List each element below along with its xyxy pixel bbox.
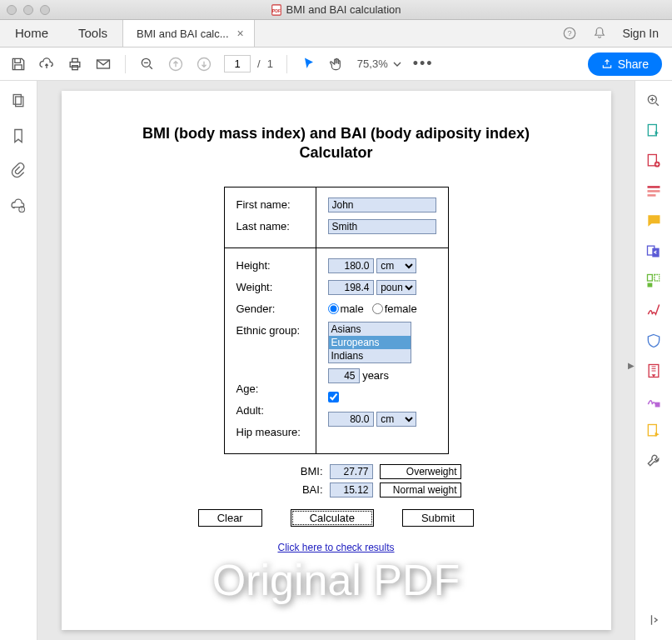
cloud-upload-icon[interactable] <box>38 56 55 72</box>
svg-rect-28 <box>655 402 660 408</box>
share-button[interactable]: Share <box>588 52 662 76</box>
bmi-category: Overweight <box>380 464 461 479</box>
weight-unit-select[interactable]: pound <box>376 280 416 295</box>
svg-rect-0 <box>272 4 281 14</box>
gender-male-radio[interactable]: male <box>328 302 364 315</box>
collapse-right-icon[interactable]: ▶ <box>628 358 635 372</box>
send-icon[interactable] <box>645 422 662 439</box>
thumbnails-icon[interactable] <box>10 92 27 109</box>
bell-icon[interactable] <box>592 26 607 41</box>
next-page-icon[interactable] <box>196 56 212 72</box>
weight-input[interactable] <box>328 280 374 295</box>
edit-pdf-icon[interactable] <box>645 182 662 199</box>
pdf-page: BMI (body mass index) and BAI (body adip… <box>62 91 611 630</box>
document-area[interactable]: BMI (body mass index) and BAI (body adip… <box>37 81 635 640</box>
adult-checkbox[interactable] <box>328 392 339 402</box>
height-input[interactable] <box>328 258 374 273</box>
svg-rect-12 <box>16 97 23 107</box>
sign-in-button[interactable]: Sign In <box>622 27 659 40</box>
bmi-value: 27.77 <box>330 464 373 479</box>
weight-label: Weight: <box>236 281 273 293</box>
calculate-button[interactable]: Calculate <box>291 509 374 527</box>
age-label: Age: <box>236 382 259 395</box>
first-name-input[interactable] <box>328 198 436 212</box>
chevron-down-icon <box>393 62 401 67</box>
hip-unit-select[interactable]: cm <box>376 412 416 427</box>
minimize-window-icon[interactable] <box>23 5 33 15</box>
button-row: Clear Calculate Submit <box>87 509 586 527</box>
prev-page-icon[interactable] <box>167 56 184 72</box>
expand-panel-icon[interactable] <box>645 612 662 628</box>
svg-rect-24 <box>648 275 653 282</box>
svg-rect-5 <box>72 58 78 62</box>
pointer-icon[interactable] <box>301 56 317 72</box>
gender-label: Gender: <box>236 302 276 315</box>
tab-bar: Home Tools BMI and BAI calc... × ? Sign … <box>0 20 672 48</box>
svg-text:PDF: PDF <box>272 8 281 12</box>
compress-icon[interactable] <box>645 362 662 379</box>
tab-document[interactable]: BMI and BAI calc... × <box>122 19 255 47</box>
svg-rect-11 <box>13 95 21 105</box>
tab-home[interactable]: Home <box>0 19 63 47</box>
export-pdf-icon[interactable] <box>645 122 662 139</box>
ethnic-listbox[interactable]: Asians Europeans Indians <box>328 322 411 363</box>
submit-button[interactable]: Submit <box>402 509 474 527</box>
svg-rect-21 <box>648 194 656 197</box>
hip-label: Hip measure: <box>236 426 301 438</box>
svg-text:i: i <box>22 207 22 212</box>
more-icon[interactable]: ••• <box>413 55 434 72</box>
svg-rect-19 <box>648 186 660 188</box>
clear-button[interactable]: Clear <box>198 509 262 527</box>
zoom-control[interactable]: 75,3% <box>357 58 401 70</box>
current-page-input[interactable] <box>224 55 251 72</box>
save-icon[interactable] <box>10 56 27 72</box>
results: BMI: 27.77 Overweight BAI: 15.12 Normal … <box>212 464 461 498</box>
toolbar: / 1 75,3% ••• Share <box>0 48 672 81</box>
check-results-link[interactable]: Click here to check results <box>87 542 586 553</box>
svg-rect-4 <box>70 62 80 67</box>
pdf-icon: PDF <box>271 4 282 16</box>
tools-icon[interactable] <box>645 452 662 469</box>
hip-input[interactable] <box>328 412 374 427</box>
bookmark-icon[interactable] <box>10 128 27 144</box>
close-tab-icon[interactable]: × <box>236 25 246 42</box>
fill-sign-icon[interactable] <box>645 392 662 409</box>
bmi-label: BMI: <box>301 465 323 478</box>
zoom-out-icon[interactable] <box>139 56 156 72</box>
tab-tools[interactable]: Tools <box>63 19 122 47</box>
protect-icon[interactable] <box>645 332 662 349</box>
sign-icon[interactable] <box>645 302 662 319</box>
gender-female-radio[interactable]: female <box>372 302 417 315</box>
zoom-in-icon[interactable] <box>645 92 662 109</box>
tab-document-label: BMI and BAI calc... <box>137 28 229 40</box>
window-controls <box>7 5 50 15</box>
svg-rect-26 <box>648 283 653 288</box>
organize-icon[interactable] <box>645 272 662 289</box>
print-icon[interactable] <box>67 56 83 72</box>
svg-text:?: ? <box>568 29 572 38</box>
close-window-icon[interactable] <box>7 5 17 15</box>
form-table: First name: Last name: Height: Weight: G… <box>224 187 449 454</box>
bai-value: 15.12 <box>330 482 373 498</box>
svg-rect-20 <box>648 190 660 192</box>
page-title: BMI (body mass index) and BAI (body adip… <box>87 124 586 163</box>
page-control: / 1 <box>224 55 273 72</box>
last-name-input[interactable] <box>328 219 436 234</box>
window-title: PDF BMI and BAI calculation <box>0 3 672 16</box>
attachment-icon[interactable] <box>10 162 27 179</box>
hand-icon[interactable] <box>329 56 346 72</box>
ethnic-label: Ethnic group: <box>236 324 301 337</box>
last-name-label: Last name: <box>236 220 290 232</box>
help-icon[interactable]: ? <box>562 26 577 41</box>
age-input[interactable] <box>328 368 360 383</box>
maximize-window-icon[interactable] <box>40 5 50 15</box>
bai-label: BAI: <box>302 483 323 496</box>
combine-icon[interactable] <box>645 242 662 259</box>
comment-icon[interactable] <box>645 212 662 229</box>
email-icon[interactable] <box>95 56 112 72</box>
svg-rect-6 <box>72 65 78 69</box>
bai-category: Normal weight <box>380 482 461 498</box>
height-unit-select[interactable]: cm <box>376 258 416 273</box>
cloud-storage-icon[interactable]: i <box>10 198 27 214</box>
create-pdf-icon[interactable] <box>645 152 662 169</box>
